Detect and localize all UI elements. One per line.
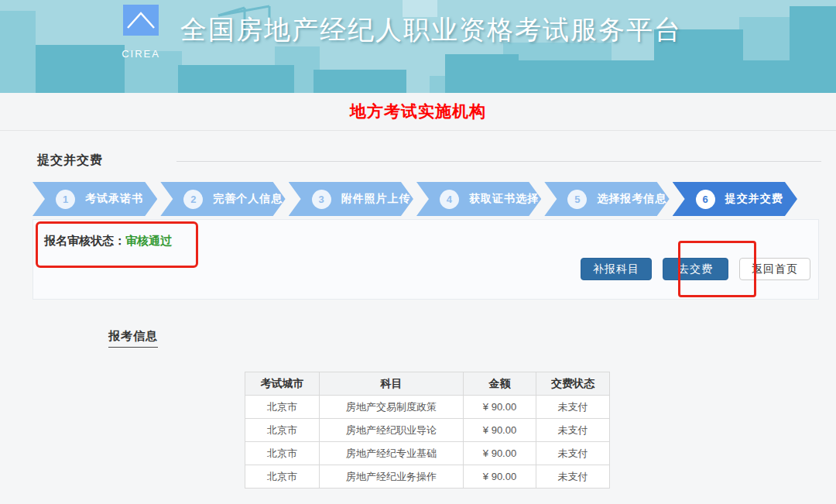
section-title: 提交并交费 — [37, 153, 103, 169]
step-2-label: 完善个人信息 — [213, 192, 283, 206]
step-3-label: 附件照片上传 — [341, 192, 411, 206]
step-3-number: 3 — [312, 190, 331, 209]
step-4-label: 获取证书选择 — [469, 192, 539, 206]
cell-amount: ¥ 90.00 — [464, 396, 536, 419]
supplement-subjects-button[interactable]: 补报科目 — [581, 258, 652, 280]
cirea-logo: CIREA — [118, 5, 164, 60]
col-header-payment-status: 交费状态 — [536, 372, 610, 396]
table-row: 北京市 房地产交易制度政策 ¥ 90.00 未支付 — [245, 396, 610, 419]
cell-amount: ¥ 90.00 — [464, 465, 536, 489]
review-status: 报名审核状态：审核通过 — [44, 234, 172, 249]
step-3-photo-upload[interactable]: 3 附件照片上传 — [289, 182, 413, 216]
step-1-exam-commitment[interactable]: 1 考试承诺书 — [33, 182, 157, 216]
step-6-label: 提交并交费 — [725, 192, 783, 206]
table-row: 北京市 房地产经纪职业导论 ¥ 90.00 未支付 — [245, 419, 610, 442]
cell-amount: ¥ 90.00 — [464, 442, 536, 465]
platform-title: 全国房地产经纪人职业资格考试服务平台 — [180, 12, 682, 48]
cell-city: 北京市 — [245, 396, 320, 419]
cirea-logo-text: CIREA — [118, 48, 164, 60]
review-status-value: 审核通过 — [125, 234, 172, 247]
cell-subject: 房地产经纪专业基础 — [320, 442, 464, 465]
step-6-number: 6 — [696, 190, 715, 209]
cell-payment-status: 未支付 — [536, 442, 610, 465]
cirea-logo-icon — [123, 5, 159, 36]
status-panel: 报名审核状态：审核通过 补报科目 去交费 返回首页 — [33, 219, 819, 300]
section-divider — [176, 161, 821, 162]
header-banner: CIREA 全国房地产经纪人职业资格考试服务平台 — [0, 0, 836, 93]
col-header-amount: 金额 — [464, 372, 536, 396]
notice-text: 地方考试实施机构 — [350, 101, 486, 122]
cell-payment-status: 未支付 — [536, 465, 610, 489]
registration-info-title: 报考信息 — [108, 329, 158, 348]
cell-subject: 房地产经纪职业导论 — [320, 419, 464, 442]
cell-payment-status: 未支付 — [536, 396, 610, 419]
cell-city: 北京市 — [245, 465, 320, 489]
step-2-personal-info[interactable]: 2 完善个人信息 — [160, 182, 285, 216]
cell-city: 北京市 — [245, 419, 320, 442]
cell-city: 北京市 — [245, 442, 320, 465]
step-5-exam-selection[interactable]: 5 选择报考信息 — [544, 182, 669, 216]
go-pay-button[interactable]: 去交费 — [663, 258, 728, 280]
return-home-button[interactable]: 返回首页 — [739, 258, 810, 280]
step-4-certificate-choice[interactable]: 4 获取证书选择 — [416, 182, 541, 216]
col-header-exam-city: 考试城市 — [245, 372, 320, 396]
step-5-label: 选择报考信息 — [597, 192, 666, 206]
action-button-row: 补报科目 去交费 返回首页 — [581, 258, 810, 280]
step-2-number: 2 — [183, 190, 203, 209]
cell-amount: ¥ 90.00 — [464, 419, 536, 442]
cell-subject: 房地产交易制度政策 — [320, 396, 464, 419]
table-row: 北京市 房地产经纪业务操作 ¥ 90.00 未支付 — [245, 465, 610, 489]
cell-subject: 房地产经纪业务操作 — [320, 465, 464, 489]
table-row: 北京市 房地产经纪专业基础 ¥ 90.00 未支付 — [245, 442, 610, 465]
fee-table: 考试城市 科目 金额 交费状态 北京市 房地产交易制度政策 ¥ 90.00 未支… — [245, 372, 610, 489]
step-4-number: 4 — [440, 190, 459, 209]
step-1-number: 1 — [56, 190, 75, 209]
step-wizard: 1 考试承诺书 2 完善个人信息 3 附件照片上传 4 获取证书选择 5 选择报… — [33, 182, 797, 216]
fee-table-header-row: 考试城市 科目 金额 交费状态 — [245, 372, 610, 396]
notice-band: 地方考试实施机构 — [0, 93, 836, 131]
step-5-number: 5 — [567, 190, 587, 209]
step-6-submit-and-pay[interactable]: 6 提交并交费 — [673, 182, 797, 216]
step-1-label: 考试承诺书 — [85, 192, 143, 206]
review-status-label: 报名审核状态： — [44, 234, 125, 247]
page: CIREA 全国房地产经纪人职业资格考试服务平台 地方考试实施机构 提交并交费 … — [0, 0, 836, 504]
col-header-subject: 科目 — [320, 372, 464, 396]
cell-payment-status: 未支付 — [536, 419, 610, 442]
